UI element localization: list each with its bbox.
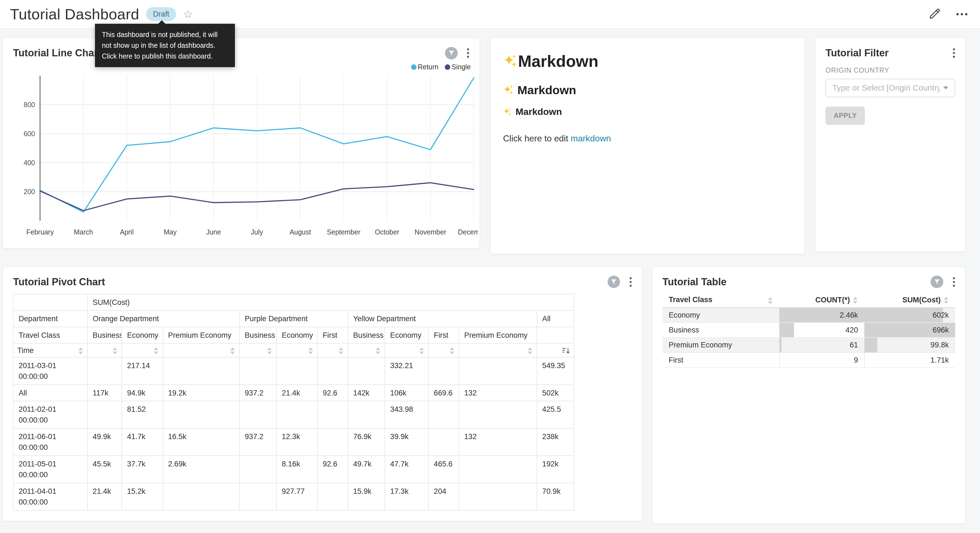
card-actions bbox=[608, 276, 633, 288]
column-header-sum-cost[interactable]: SUM(Cost) bbox=[864, 292, 955, 307]
pivot-row: 2011-06-01 00:00:0049.9k41.7k16.5k937.21… bbox=[13, 428, 574, 456]
chart-legend: ReturnSingle bbox=[411, 63, 471, 71]
pivot-value-cell: 15.9k bbox=[348, 483, 385, 511]
legend-dot bbox=[411, 64, 417, 70]
pivot-value-cell: 39.9k bbox=[385, 428, 428, 456]
pivot-value-cell bbox=[163, 357, 240, 385]
line-chart: 200400600800FebruaryMarchAprilMayJuneJul… bbox=[5, 73, 478, 239]
svg-text:200: 200 bbox=[24, 188, 35, 196]
svg-text:April: April bbox=[120, 228, 134, 236]
table-row: Business420696k bbox=[663, 322, 955, 337]
pivot-time-sort-header[interactable]: Time bbox=[13, 343, 87, 357]
pivot-class-header: Economy bbox=[385, 327, 428, 343]
table-header-row: Travel ClassCOUNT(*)SUM(Cost) bbox=[663, 292, 955, 307]
pivot-value-cell: 19.2k bbox=[163, 385, 240, 401]
line-chart-card: Tutorial Line Chart ReturnSingle 2004006… bbox=[3, 38, 480, 249]
table-row: First91.71k bbox=[663, 353, 955, 367]
pivot-value-cell bbox=[88, 401, 122, 428]
pivot-col-group-header: Orange Department bbox=[88, 310, 240, 327]
pivot-value-cell: 70.9k bbox=[537, 483, 574, 511]
count-cell: 9 bbox=[779, 353, 864, 367]
pivot-row: All117k94.9k19.2k937.221.4k92.6142k106k6… bbox=[13, 385, 574, 401]
card-header: Tutorial Table bbox=[652, 267, 965, 288]
favorite-star-icon[interactable]: ☆ bbox=[183, 8, 193, 20]
filter-indicator-icon[interactable] bbox=[931, 276, 943, 288]
filter-indicator-icon[interactable] bbox=[608, 276, 620, 288]
unpublished-tooltip[interactable]: This dashboard is not published, it will… bbox=[95, 24, 235, 67]
kebab-menu-icon[interactable] bbox=[951, 276, 956, 288]
pivot-sort-icon[interactable] bbox=[239, 343, 276, 357]
pivot-value-cell: 76.9k bbox=[348, 428, 385, 456]
pivot-value-cell: 927.77 bbox=[276, 483, 317, 511]
svg-text:December: December bbox=[458, 228, 478, 236]
pivot-sort-icon[interactable] bbox=[385, 343, 428, 357]
pivot-sort-icon[interactable] bbox=[122, 343, 162, 357]
pivot-value-cell: 8.16k bbox=[276, 456, 317, 483]
pivot-value-cell: 37.7k bbox=[122, 456, 162, 483]
pivot-value-cell: 132 bbox=[459, 428, 537, 456]
pivot-class-header: Business bbox=[239, 327, 276, 343]
pivot-row-label: All bbox=[13, 385, 87, 401]
column-header-count[interactable]: COUNT(*) bbox=[779, 292, 864, 307]
pivot-row-label: 2011-04-01 00:00:00 bbox=[13, 483, 87, 511]
apply-button[interactable]: APPLY bbox=[826, 107, 865, 124]
filter-card-title: Tutorial Filter bbox=[826, 47, 889, 59]
svg-text:June: June bbox=[206, 228, 221, 236]
legend-item-return[interactable]: Return bbox=[411, 63, 439, 71]
pivot-value-cell: 425.5 bbox=[537, 401, 574, 428]
pivot-sort-icon[interactable] bbox=[348, 343, 385, 357]
filter-indicator-icon[interactable] bbox=[445, 47, 457, 59]
pivot-sort-icon[interactable] bbox=[163, 343, 240, 357]
pivot-value-cell: 15.2k bbox=[122, 483, 162, 511]
column-header-travel-class[interactable]: Travel Class bbox=[663, 292, 779, 307]
kebab-menu-icon[interactable] bbox=[628, 276, 633, 288]
pivot-value-cell bbox=[239, 401, 276, 428]
svg-text:October: October bbox=[375, 228, 399, 236]
pivot-class-header bbox=[537, 327, 574, 343]
kebab-menu-icon[interactable] bbox=[466, 47, 471, 59]
pivot-table-wrap: SUM(Cost)DepartmentOrange DepartmentPurp… bbox=[3, 288, 642, 520]
pivot-chart-title: Tutorial Pivot Chart bbox=[13, 276, 105, 288]
kebab-menu-icon[interactable] bbox=[951, 47, 956, 59]
sum-cell: 1.71k bbox=[864, 353, 955, 367]
pivot-value-cell: 465.6 bbox=[428, 456, 459, 483]
pivot-value-cell: 2.69k bbox=[163, 456, 240, 483]
pivot-class-header: Economy bbox=[122, 327, 162, 343]
pivot-value-cell bbox=[348, 401, 385, 428]
edit-pencil-icon[interactable] bbox=[929, 8, 941, 20]
markdown-card: Markdown Markdown Markdown Click here to… bbox=[490, 38, 805, 255]
pivot-value-cell: 41.7k bbox=[122, 428, 162, 456]
pivot-value-cell: 204 bbox=[428, 483, 459, 511]
pivot-sort-icon[interactable] bbox=[317, 343, 348, 357]
legend-item-single[interactable]: Single bbox=[445, 63, 471, 71]
table-card: Tutorial Table Travel ClassCOUNT(*)SUM(C… bbox=[652, 266, 966, 524]
card-actions bbox=[445, 47, 471, 59]
pivot-sort-icon[interactable] bbox=[428, 343, 459, 357]
svg-text:November: November bbox=[414, 228, 446, 236]
more-options-icon[interactable] bbox=[956, 13, 967, 16]
pivot-sort-icon[interactable] bbox=[88, 343, 122, 357]
pivot-table: SUM(Cost)DepartmentOrange DepartmentPurp… bbox=[13, 294, 574, 511]
pivot-sort-active-icon[interactable] bbox=[537, 343, 574, 357]
pivot-value-cell: 45.5k bbox=[88, 456, 122, 483]
travel-class-cell: First bbox=[663, 353, 779, 367]
pivot-metric-header: SUM(Cost) bbox=[88, 294, 574, 310]
filter-body: ORIGIN COUNTRY Type or Select [Origin Co… bbox=[816, 59, 965, 132]
filter-card: Tutorial Filter ORIGIN COUNTRY Type or S… bbox=[815, 38, 966, 252]
pivot-value-cell: 49.9k bbox=[88, 428, 122, 456]
pivot-sort-icon[interactable] bbox=[276, 343, 317, 357]
markdown-edit-link[interactable]: markdown bbox=[571, 133, 611, 143]
pivot-value-cell: 47.7k bbox=[385, 456, 428, 483]
pivot-sort-icon[interactable] bbox=[459, 343, 537, 357]
pivot-value-cell bbox=[459, 401, 537, 428]
pivot-value-cell bbox=[239, 456, 276, 483]
draft-badge[interactable]: Draft bbox=[146, 7, 176, 21]
sum-cell: 602k bbox=[864, 308, 955, 322]
svg-text:May: May bbox=[164, 228, 177, 236]
pivot-value-cell: 49.7k bbox=[348, 456, 385, 483]
pivot-value-cell bbox=[239, 483, 276, 511]
origin-country-select[interactable]: Type or Select [Origin Country] bbox=[826, 79, 955, 97]
markdown-heading-2: Markdown bbox=[503, 83, 792, 97]
sparkles-icon bbox=[503, 54, 517, 68]
pivot-value-cell bbox=[163, 483, 240, 511]
